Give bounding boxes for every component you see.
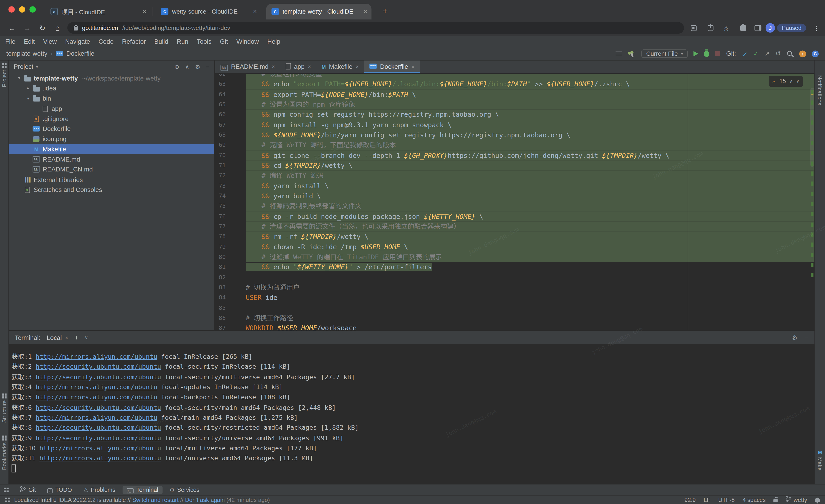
save-icon[interactable] bbox=[687, 22, 700, 33]
inspections-widget[interactable]: ⚠ 15 ∧ ∨ bbox=[769, 76, 803, 87]
terminal-settings-gear-icon[interactable]: ⚙ bbox=[792, 334, 798, 341]
close-editor-tab-icon[interactable]: × bbox=[356, 64, 359, 70]
menu-item-window[interactable]: Window bbox=[232, 38, 263, 45]
project-tree-item[interactable]: M↓README.md bbox=[9, 154, 214, 165]
browser-menu-icon[interactable]: ⋮ bbox=[810, 22, 823, 33]
search-everywhere-icon[interactable] bbox=[786, 50, 794, 57]
close-terminal-tab-icon[interactable]: × bbox=[65, 334, 68, 341]
project-tree-item[interactable]: .gitignore bbox=[9, 114, 214, 124]
menu-item-code[interactable]: Code bbox=[94, 38, 118, 45]
indent-size[interactable]: 4 spaces bbox=[743, 497, 766, 503]
debug-button[interactable] bbox=[704, 51, 709, 57]
close-editor-tab-icon[interactable]: × bbox=[411, 64, 415, 70]
editor-viewport[interactable]: 62 # 设置组件环境变量63 && echo "export PATH=${U… bbox=[215, 74, 814, 330]
terminal-link[interactable]: http://security.ubuntu.com/ubuntu bbox=[36, 373, 161, 381]
switch-restart-link[interactable]: Switch and restart bbox=[132, 497, 179, 503]
update-available-icon[interactable]: ↑ bbox=[799, 50, 806, 57]
terminal-minimize-icon[interactable]: − bbox=[805, 334, 809, 341]
git-update-icon[interactable]: ↙ bbox=[742, 50, 748, 58]
sidebar-item-structure[interactable]: Structure bbox=[0, 394, 8, 423]
terminal-tab-local[interactable]: Local × bbox=[47, 334, 68, 341]
project-tree-item[interactable]: M↓README_CN.md bbox=[9, 165, 214, 175]
toolwindow-switcher-icon[interactable] bbox=[4, 487, 8, 492]
bookmark-star-icon[interactable]: ☆ bbox=[720, 22, 733, 33]
build-hammer-icon[interactable] bbox=[628, 50, 635, 57]
toolwindow-git[interactable]: Git bbox=[16, 486, 40, 494]
close-tab-icon[interactable]: × bbox=[253, 8, 257, 15]
project-tree-item[interactable]: MMakefile bbox=[9, 144, 214, 154]
git-commit-icon[interactable]: ✓ bbox=[753, 50, 759, 57]
terminal-output[interactable]: 获取:1 http://mirrors.aliyun.com/ubuntu fo… bbox=[9, 344, 814, 484]
menu-item-build[interactable]: Build bbox=[150, 38, 173, 45]
menu-item-git[interactable]: Git bbox=[216, 38, 232, 45]
editor-tab-makefile[interactable]: MMakefile× bbox=[316, 61, 364, 73]
sidebar-item-bookmarks[interactable]: Bookmarks bbox=[0, 436, 8, 470]
terminal-link[interactable]: http://mirrors.aliyun.com/ubuntu bbox=[40, 455, 161, 462]
git-branch-widget[interactable]: wetty bbox=[785, 496, 807, 503]
close-window-icon[interactable] bbox=[8, 6, 15, 12]
locate-file-icon[interactable]: ⊕ bbox=[174, 63, 179, 70]
project-tree-item[interactable]: ▾template-wetty~/workspace/template-wett… bbox=[9, 73, 214, 83]
project-tree-item[interactable]: Scratches and Consoles bbox=[9, 185, 214, 195]
close-tab-icon[interactable]: × bbox=[143, 8, 146, 15]
sidebar-item-notifications[interactable]: Notifications bbox=[815, 75, 825, 105]
next-problem-icon[interactable]: ∨ bbox=[797, 76, 799, 86]
macos-window-controls[interactable] bbox=[8, 6, 36, 12]
terminal-link[interactable]: http://security.ubuntu.com/ubuntu bbox=[36, 424, 161, 431]
address-bar[interactable]: go.titanide.cn/ide/web/coding/template-w… bbox=[67, 22, 684, 33]
browser-tab[interactable]: ‹›项目 - CloudIDE× bbox=[45, 4, 151, 19]
file-encoding[interactable]: UTF-8 bbox=[718, 497, 735, 503]
terminal-link[interactable]: http://mirrors.aliyun.com/ubuntu bbox=[36, 414, 157, 421]
https-lock-icon[interactable] bbox=[74, 27, 78, 30]
collapse-all-icon[interactable]: ∧ bbox=[185, 63, 189, 70]
project-tree-item[interactable]: icon.png bbox=[9, 134, 214, 144]
minimize-window-icon[interactable] bbox=[19, 6, 25, 12]
reload-button[interactable]: ↻ bbox=[36, 23, 49, 32]
menu-item-tools[interactable]: Tools bbox=[193, 38, 216, 45]
new-terminal-icon[interactable]: + bbox=[75, 334, 78, 341]
menu-item-run[interactable]: Run bbox=[173, 38, 193, 45]
terminal-link[interactable]: http://mirrors.aliyun.com/ubuntu bbox=[40, 445, 161, 452]
dont-ask-link[interactable]: Don't ask again bbox=[185, 497, 225, 503]
share-icon[interactable] bbox=[704, 22, 717, 33]
tree-chevron-icon[interactable]: ▾ bbox=[24, 96, 32, 101]
close-editor-tab-icon[interactable]: × bbox=[272, 64, 275, 70]
tree-chevron-icon[interactable]: ▸ bbox=[24, 86, 32, 91]
menu-item-file[interactable]: File bbox=[1, 38, 20, 45]
rollback-icon[interactable]: ↺ bbox=[775, 50, 781, 57]
run-button[interactable] bbox=[693, 51, 698, 56]
project-view-caret-icon[interactable]: ▾ bbox=[36, 65, 38, 69]
editor-tab-readme.md[interactable]: M↓README.md× bbox=[215, 61, 280, 73]
menu-item-refactor[interactable]: Refactor bbox=[118, 38, 150, 45]
terminal-link[interactable]: http://security.ubuntu.com/ubuntu bbox=[36, 404, 161, 411]
editor-tab-app[interactable]: app× bbox=[280, 61, 316, 73]
editor-tab-dockerfile[interactable]: Dockerfile× bbox=[364, 61, 420, 73]
line-ending[interactable]: LF bbox=[704, 497, 710, 503]
read-only-lock-icon[interactable] bbox=[774, 499, 778, 502]
terminal-link[interactable]: http://security.ubuntu.com/ubuntu bbox=[36, 434, 161, 442]
terminal-link[interactable]: http://mirrors.aliyun.com/ubuntu bbox=[36, 394, 157, 401]
statusbar-grid-icon[interactable] bbox=[5, 497, 10, 502]
menu-item-view[interactable]: View bbox=[39, 38, 61, 45]
profile-chip[interactable]: J Paused bbox=[766, 22, 806, 33]
project-tree-item[interactable]: app bbox=[9, 103, 214, 114]
toolwindow-todo[interactable]: ✓TODO bbox=[43, 486, 76, 494]
menu-item-navigate[interactable]: Navigate bbox=[61, 38, 94, 45]
sidebar-item-make[interactable]: M Make bbox=[815, 450, 825, 471]
close-tab-icon[interactable]: × bbox=[364, 8, 367, 15]
new-tab-button[interactable]: + bbox=[380, 6, 390, 15]
cloudide-badge-icon[interactable]: C bbox=[812, 50, 819, 57]
project-panel-title[interactable]: Project bbox=[14, 63, 33, 70]
project-tree-item[interactable]: ▸.idea bbox=[9, 83, 214, 93]
project-tree-item[interactable]: ▾bin bbox=[9, 93, 214, 103]
home-button[interactable]: ⌂ bbox=[51, 23, 64, 32]
project-tree-item[interactable]: External Libraries bbox=[9, 175, 214, 185]
browser-tab[interactable]: Ctemplate-wetty - CloudIDE× bbox=[266, 4, 372, 19]
forward-button[interactable]: → bbox=[20, 23, 33, 32]
toolwindow-problems[interactable]: ⚠Problems bbox=[79, 486, 120, 493]
browser-tab[interactable]: Cwetty-source - CloudIDE× bbox=[156, 4, 261, 19]
menu-item-edit[interactable]: Edit bbox=[19, 38, 39, 45]
back-button[interactable]: ← bbox=[5, 23, 18, 32]
breadcrumb-file[interactable]: Dockerfile bbox=[66, 50, 94, 57]
maximize-window-icon[interactable] bbox=[29, 6, 36, 12]
